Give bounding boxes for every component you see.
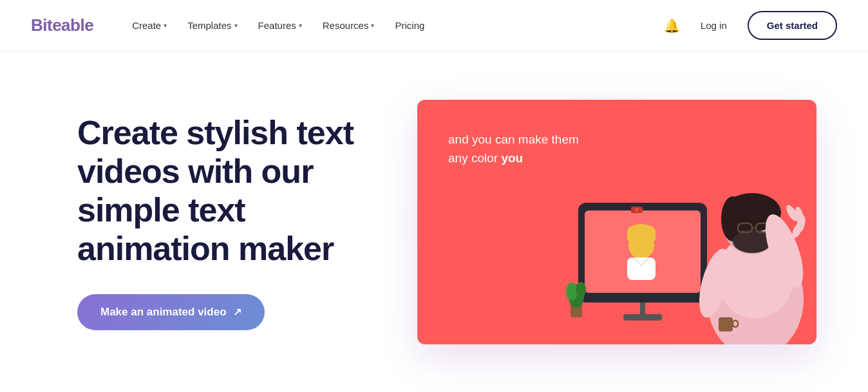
nav-features-label: Features bbox=[258, 20, 296, 31]
card-overlay-text: and you can make them any color you bbox=[448, 131, 579, 167]
navbar: Biteable Create ▾ Templates ▾ Features ▾… bbox=[0, 0, 868, 51]
chevron-icon: ▾ bbox=[234, 22, 238, 29]
svg-point-13 bbox=[576, 282, 586, 297]
hero-heading: Create stylish text videos with our simp… bbox=[77, 114, 373, 268]
svg-rect-29 bbox=[719, 317, 733, 331]
nav-pricing-label: Pricing bbox=[395, 20, 424, 31]
nav-item-resources[interactable]: Resources ▾ bbox=[315, 15, 382, 36]
login-link[interactable]: Log in bbox=[693, 15, 735, 36]
chevron-icon: ▾ bbox=[371, 22, 374, 29]
nav-links: Create ▾ Templates ▾ Features ▾ Resource… bbox=[124, 15, 664, 36]
logo[interactable]: Biteable bbox=[31, 15, 93, 35]
nav-item-features[interactable]: Features ▾ bbox=[250, 15, 310, 36]
card-line2-bold: you bbox=[501, 151, 523, 165]
nav-item-create[interactable]: Create ▾ bbox=[124, 15, 175, 36]
chevron-icon: ▾ bbox=[164, 22, 167, 29]
scene-illustration bbox=[565, 151, 810, 344]
get-started-button[interactable]: Get started bbox=[748, 11, 837, 40]
cta-label: Make an animated video bbox=[100, 306, 227, 319]
notification-bell-icon[interactable]: 🔔 bbox=[664, 18, 680, 33]
nav-resources-label: Resources bbox=[323, 20, 369, 31]
hero-right: and you can make them any color you bbox=[412, 100, 816, 344]
card-line1: and you can make them bbox=[448, 131, 579, 149]
svg-rect-8 bbox=[640, 303, 645, 315]
svg-point-6 bbox=[628, 233, 654, 259]
card-line2: any color you bbox=[448, 149, 579, 168]
hero-section: Create stylish text videos with our simp… bbox=[0, 51, 868, 392]
chevron-icon: ▾ bbox=[299, 22, 302, 29]
nav-templates-label: Templates bbox=[187, 20, 231, 31]
card-line2-prefix: any color bbox=[448, 151, 501, 165]
nav-create-label: Create bbox=[132, 20, 161, 31]
nav-item-pricing[interactable]: Pricing bbox=[387, 15, 432, 36]
hero-left: Create stylish text videos with our simp… bbox=[77, 114, 412, 330]
video-preview-card: and you can make them any color you bbox=[417, 100, 816, 344]
nav-item-templates[interactable]: Templates ▾ bbox=[180, 15, 245, 36]
svg-point-19 bbox=[733, 230, 771, 253]
nav-right: 🔔 Log in Get started bbox=[664, 11, 837, 40]
arrow-icon: ↗ bbox=[233, 306, 241, 318]
svg-rect-7 bbox=[627, 257, 656, 280]
logo-text: Biteable bbox=[31, 15, 93, 35]
svg-rect-9 bbox=[623, 314, 662, 321]
cta-button[interactable]: Make an animated video ↗ bbox=[77, 294, 265, 330]
svg-point-3 bbox=[635, 208, 639, 212]
